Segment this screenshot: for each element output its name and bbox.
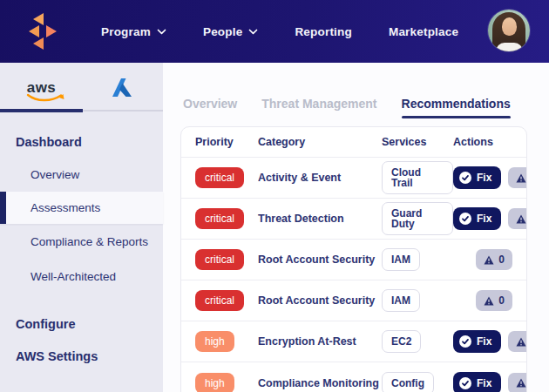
category-cell: Root Account Security <box>258 294 382 307</box>
table-header-row: Priority Category Services Actions <box>181 127 526 158</box>
warning-badge[interactable]: 0 <box>508 167 527 188</box>
provider-tab-aws[interactable]: aws <box>0 80 83 96</box>
actions-cell: Fix 0 <box>453 330 527 353</box>
warning-triangle-icon <box>484 255 494 265</box>
sidebar-item-assessments[interactable]: Assessments <box>0 192 163 224</box>
category-cell: Threat Detection <box>258 213 382 225</box>
warning-triangle-icon <box>484 296 494 306</box>
category-cell: Encryption At-Rest <box>258 335 382 348</box>
priority-cell: high <box>195 331 258 352</box>
cloud-provider-tabs: aws <box>0 63 163 112</box>
warning-count: 0 <box>498 295 505 306</box>
actions-cell: Fix 0 <box>453 249 512 270</box>
table-row: critical Threat Detection Guard Duty Fix <box>181 199 526 240</box>
warning-badge[interactable]: 0 <box>508 208 527 229</box>
priority-badge: critical <box>195 208 244 229</box>
service-tag: IAM <box>382 248 420 271</box>
tab-threat-management[interactable]: Threat Management <box>261 97 376 111</box>
actions-cell: Fix 0 <box>453 166 527 189</box>
sidebar-item-compliance-reports[interactable]: Compliance & Reports <box>0 224 163 259</box>
actions-cell: Fix 0 <box>453 290 512 311</box>
top-navigation-bar: Program People Reporting Marketplace <box>0 0 549 63</box>
sidebar-item-well-architected[interactable]: Well-Architected <box>0 259 163 294</box>
priority-cell: critical <box>195 208 258 229</box>
category-cell: Root Account Security <box>258 253 382 266</box>
check-circle-icon <box>459 172 471 184</box>
service-tag: IAM <box>382 289 420 312</box>
chevron-down-icon <box>248 29 258 35</box>
actions-cell: Fix 0 <box>453 207 527 230</box>
aws-smile-icon <box>25 93 65 104</box>
warning-count: 0 <box>498 254 505 265</box>
warning-triangle-icon <box>516 378 526 388</box>
column-header-priority: Priority <box>195 136 258 148</box>
table-row: critical Root Account Security IAM Fix <box>181 280 526 321</box>
warning-triangle-icon <box>516 173 526 183</box>
fix-button[interactable]: Fix <box>453 166 501 189</box>
avatar-shirt <box>496 43 523 51</box>
service-tag: EC2 <box>382 330 421 353</box>
services-cell: Config <box>382 372 453 392</box>
column-header-services: Services <box>382 136 453 148</box>
check-circle-icon <box>459 335 471 348</box>
nav-item-program[interactable]: Program <box>101 25 166 38</box>
sidebar-dashboard-list: Overview Assessments Compliance & Report… <box>0 157 163 294</box>
warning-triangle-icon <box>516 337 526 347</box>
priority-badge: high <box>195 373 234 392</box>
service-tag: Guard Duty <box>382 202 453 235</box>
sidebar-heading-configure: Configure <box>16 317 163 331</box>
column-header-category: Category <box>258 136 382 148</box>
nav-item-people[interactable]: People <box>203 25 258 38</box>
azure-logo-icon <box>111 78 133 98</box>
table-row: critical Activity & Event Cloud Trail Fi… <box>181 158 526 199</box>
chevron-down-icon <box>157 29 166 35</box>
active-provider-indicator <box>0 109 83 112</box>
warning-badge[interactable]: 0 <box>476 249 512 270</box>
fix-button[interactable]: Fix <box>453 330 501 353</box>
fix-button[interactable]: Fix <box>453 207 501 230</box>
priority-cell: critical <box>195 290 258 311</box>
services-cell: Guard Duty <box>382 202 453 235</box>
warning-badge[interactable]: 0 <box>508 373 527 392</box>
sidebar-item-overview[interactable]: Overview <box>0 157 163 192</box>
brand-logo-icon[interactable] <box>25 10 60 52</box>
check-circle-icon <box>459 377 471 389</box>
priority-cell: critical <box>195 167 258 188</box>
topnav-menu: Program People Reporting Marketplace <box>101 25 458 38</box>
main-content: Overview Threat Management Recommendatio… <box>163 63 549 392</box>
services-cell: EC2 <box>382 330 453 353</box>
category-cell: Activity & Event <box>258 172 382 184</box>
warning-badge[interactable]: 0 <box>476 290 512 311</box>
nav-item-reporting[interactable]: Reporting <box>295 25 352 38</box>
priority-cell: critical <box>195 249 258 270</box>
warning-badge[interactable]: 0 <box>508 331 527 352</box>
fix-button[interactable]: Fix <box>453 372 501 392</box>
actions-cell: Fix 0 <box>453 372 527 392</box>
services-cell: IAM <box>382 248 453 271</box>
user-avatar[interactable] <box>488 10 530 51</box>
service-tag: Config <box>382 372 434 392</box>
check-circle-icon <box>459 213 471 225</box>
services-cell: IAM <box>382 289 453 312</box>
provider-tab-azure[interactable] <box>83 78 161 98</box>
recommendations-table: Priority Category Services Actions criti… <box>180 126 527 392</box>
provider-tabs-divider <box>83 110 163 112</box>
table-row: high Encryption At-Rest EC2 Fix <box>181 321 526 362</box>
table-row: critical Root Account Security IAM Fix <box>181 240 526 280</box>
avatar-face <box>502 17 517 36</box>
tab-overview[interactable]: Overview <box>183 97 237 111</box>
table-row: high Compliance Monitoring Config Fix <box>181 362 526 392</box>
triangle-logo-icon <box>25 10 60 52</box>
nav-item-marketplace[interactable]: Marketplace <box>389 25 458 38</box>
sidebar-item-aws-settings[interactable]: AWS Settings <box>0 349 163 363</box>
priority-cell: high <box>195 373 258 392</box>
priority-badge: critical <box>195 249 244 270</box>
column-header-actions: Actions <box>453 136 512 148</box>
priority-badge: critical <box>195 290 244 311</box>
priority-badge: critical <box>195 167 244 188</box>
sidebar: aws Dashboard <box>0 63 163 392</box>
warning-triangle-icon <box>516 214 526 224</box>
sidebar-heading-dashboard: Dashboard <box>16 135 163 149</box>
tab-recommendations[interactable]: Recommendations <box>402 97 511 111</box>
services-cell: Cloud Trail <box>382 161 453 194</box>
